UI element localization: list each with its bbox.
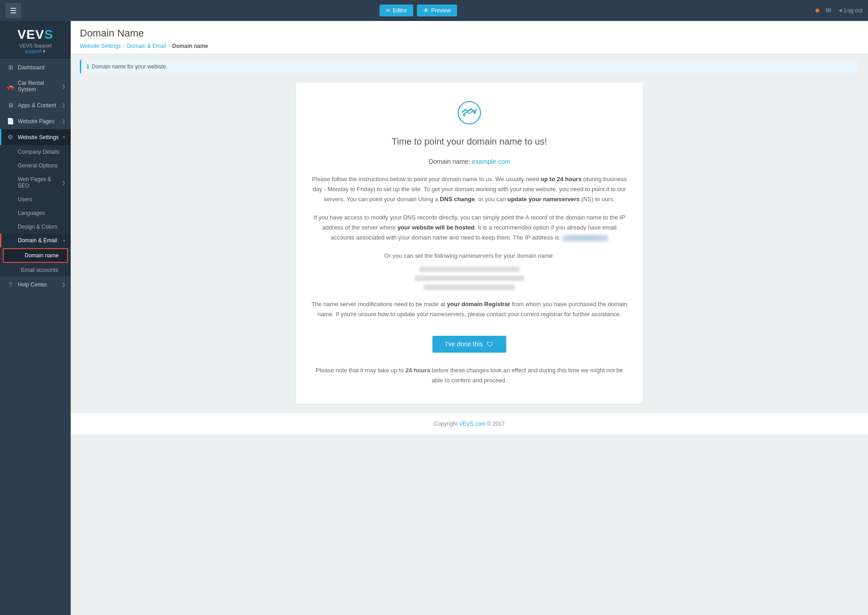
vevs-footer-link[interactable]: VEVS.com [459,421,485,427]
pencil-icon: ✏ [386,7,390,14]
sidebar: VEVS VEVS Support support ▾ ⊞ Dashboard … [0,21,71,615]
sidebar-item-help-center[interactable]: ? Help Center ❯ [0,276,71,292]
support-link[interactable]: support [25,48,42,54]
chevron-right-icon-help: ❯ [62,282,65,287]
topnav-center: ✏ Editor 👁 Preview [379,5,457,16]
info-icon: ℹ [87,63,89,70]
chevron-down-icon: ▾ [63,135,65,140]
sidebar-item-languages[interactable]: Languages [0,206,71,220]
breadcrumb-domain-email[interactable]: Domain & Email [127,43,166,49]
svg-point-1 [463,114,465,116]
domain-email-submenu: Domain name Email accounts [0,248,71,276]
page-subinfo: ℹ Domain name for your webiste. [80,60,859,73]
sidebar-item-apps-content[interactable]: 🖥 Apps & Content ❯ [0,97,71,113]
main-content: Domain Name Website Settings / Domain & … [71,21,868,615]
logout-button[interactable]: ➜ Log out [838,7,863,14]
sidebar-item-web-pages-seo[interactable]: Web Pages & SEO ❯ [0,172,71,193]
card-para1: Please follow the instructions below to … [310,174,629,204]
chevron-right-icon-2: ❯ [62,103,65,108]
page-footer: Copyright VEVS.com © 2017 [71,413,868,434]
notification-dot [816,9,819,12]
shield-icon: 🛡 [487,340,494,348]
content-area: Time to point your domain name to us! Do… [71,73,868,413]
ns-line-1 [419,266,520,272]
mail-icon[interactable]: ✉ [826,6,832,15]
topnav-right: ✉ ➜ Log out [816,6,863,15]
done-button-label: I've done this [445,340,483,348]
sidebar-item-car-rental[interactable]: 🚗 Car Rental System ❯ [0,75,71,97]
breadcrumb-current: Domain name [172,43,208,49]
sidebar-item-domain-email[interactable]: Domain & Email ▾ [0,234,71,247]
sidebar-item-domain-name[interactable]: Domain name [3,248,68,263]
sidebar-logo: VEVS VEVS Support support ▾ [0,21,71,59]
website-settings-submenu: Company Details General Options Web Page… [0,145,71,276]
sidebar-item-design-colors[interactable]: Design & Colors [0,220,71,234]
card-footer-note: Please note that it may take up to 24 ho… [310,365,629,386]
hamburger-button[interactable]: ☰ [5,3,21,18]
ns-line-2 [415,276,524,281]
card-registrar-para: The name server modifications need to be… [310,299,629,319]
svg-point-2 [473,111,476,114]
chevron-right-icon-seo: ❯ [62,180,65,185]
ip-address-blurred [562,235,608,241]
ive-done-this-button[interactable]: I've done this 🛡 [432,336,506,353]
breadcrumb-website-settings[interactable]: Website Settings [80,43,121,49]
logout-arrow-icon: ➜ [838,7,842,14]
topnav-left: ☰ [5,3,21,18]
domain-name-link[interactable]: example.com [472,158,510,165]
dashboard-icon: ⊞ [7,64,14,71]
preview-label: Preview [431,7,451,14]
chevron-right-icon-3: ❯ [62,119,65,124]
editor-label: Editor [393,7,407,14]
sidebar-item-website-pages[interactable]: 📄 Website Pages ❯ [0,113,71,129]
sidebar-item-general-options[interactable]: General Options [0,159,71,172]
preview-button[interactable]: 👁 Preview [417,5,457,16]
logo-sub: VEVS Support support ▾ [5,43,66,54]
top-navigation: ☰ ✏ Editor 👁 Preview ✉ ➜ Log out [0,0,868,21]
card-para2: If you have access to modify your DNS re… [310,213,629,243]
breadcrumb: Website Settings / Domain & Email / Doma… [80,43,859,49]
car-icon: 🚗 [7,83,14,90]
editor-button[interactable]: ✏ Editor [379,5,413,16]
page-header: Domain Name Website Settings / Domain & … [71,21,868,54]
ns-intro-text: Or you can set the following nameservers… [310,252,629,259]
sidebar-item-company-details[interactable]: Company Details [0,145,71,159]
sidebar-item-email-accounts[interactable]: Email accounts [0,264,71,276]
nameservers-section: Or you can set the following nameservers… [310,252,629,290]
svg-point-0 [458,102,481,124]
domain-name-display: Domain name: example.com [310,158,629,165]
page-title: Domain Name [80,27,859,39]
chevron-down-icon-domain: ▾ [63,238,65,243]
handshake-icon [453,101,485,128]
settings-icon: ⚙ [7,134,14,141]
chevron-right-icon: ❯ [62,84,65,89]
main-layout: VEVS VEVS Support support ▾ ⊞ Dashboard … [0,21,868,615]
eye-icon: 👁 [423,7,429,14]
card-main-title: Time to point your domain name to us! [310,136,629,147]
ns-line-3 [424,285,515,290]
help-icon: ? [7,281,14,288]
sidebar-item-users[interactable]: Users [0,193,71,206]
logo-text: VEVS [5,27,66,42]
domain-card: Time to point your domain name to us! Do… [296,83,643,404]
sidebar-item-dashboard[interactable]: ⊞ Dashboard [0,59,71,75]
monitor-icon: 🖥 [7,102,14,109]
sidebar-item-website-settings[interactable]: ⚙ Website Settings ▾ [0,129,71,145]
pages-icon: 📄 [7,118,14,125]
